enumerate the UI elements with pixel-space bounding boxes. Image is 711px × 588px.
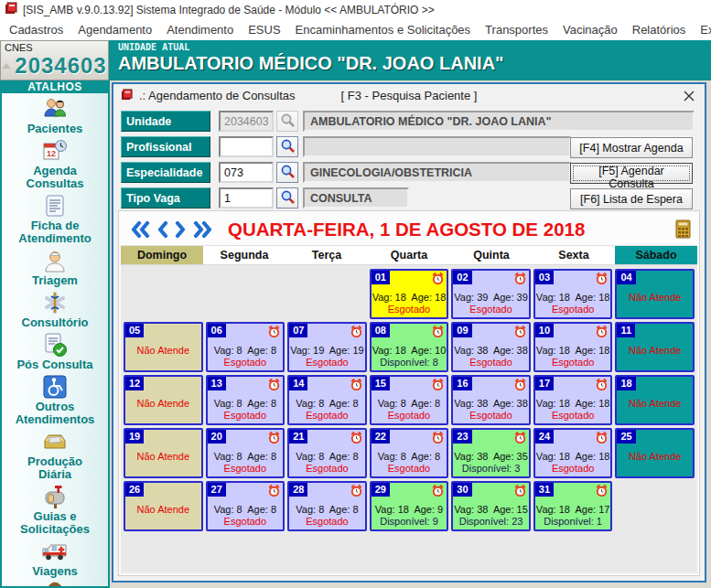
day-number: 29	[372, 483, 390, 497]
calendar-cell-day-08[interactable]: 08Vag: 18 Age: 10Disponível: 8	[370, 322, 449, 372]
slots-status: Esgotado	[453, 357, 529, 368]
sidebar-item-outros-atendimentos[interactable]: Outros Atendimentos	[2, 374, 108, 426]
sidebar-item-partial	[2, 579, 108, 588]
calendar-cell-day-10[interactable]: 10Vag: 18 Age: 18Esgotado	[533, 322, 613, 372]
slots-info: Vag: 18 Age: 18	[372, 292, 447, 303]
calendar-cell-day-13[interactable]: 13Vag: 8 Age: 8Esgotado	[206, 375, 285, 425]
menu-item-exportacoes[interactable]: Exportações	[693, 20, 711, 39]
slots-status: Disponível: 23	[453, 516, 529, 527]
prev-month-icon[interactable]	[156, 220, 168, 239]
calendar-cell-day-30[interactable]: 30Vag: 38 Age: 15Disponível: 23	[451, 481, 531, 531]
calendar-cell-day-19[interactable]: 19Não Atende	[124, 428, 203, 478]
slots-status: Esgotado	[289, 463, 365, 474]
calendar-cell-day-02[interactable]: 02Vag: 39 Age: 39Esgotado	[451, 269, 531, 319]
weekday-header-sexta: Sexta	[533, 246, 615, 264]
tipo-vaga-search-button[interactable]	[276, 187, 298, 208]
especialidade-search-button[interactable]	[276, 162, 298, 183]
calendar-cell-day-21[interactable]: 21Vag: 8 Age: 8Esgotado	[287, 428, 367, 478]
alarm-clock-icon	[267, 431, 281, 446]
calendar-cell-day-09[interactable]: 09Vag: 38 Age: 38Esgotado	[451, 322, 531, 372]
calendar-cell-day-29[interactable]: 29Vag: 18 Age: 9Disponível: 9	[370, 481, 449, 531]
sidebar-item-label: Guias e Solicitações	[12, 510, 98, 536]
next-year-icon[interactable]	[193, 220, 213, 239]
sidebar-item-pos-consulta[interactable]: Pós Consulta	[2, 332, 108, 371]
sidebar-item-label: Triagem	[12, 274, 98, 287]
field-label-unidade: Unidade	[121, 111, 210, 132]
menu-item-cadastros[interactable]: Cadastros	[2, 20, 70, 39]
closed-label: Não Atende	[125, 345, 201, 356]
day-number: 19	[125, 430, 144, 444]
sidebar-item-producao-diaria[interactable]: Produção Diária	[2, 429, 108, 481]
weekday-header-segunda: Segunda	[203, 246, 285, 264]
unidade-code-input[interactable]	[219, 111, 274, 132]
calendar-cell-day-24[interactable]: 24Vag: 18 Age: 18Esgotado	[533, 428, 613, 478]
alarm-clock-icon	[513, 484, 527, 499]
f5-agendar-consulta-button[interactable]: [F5] Agendar Consulta	[570, 163, 693, 184]
calendar-cell-day-23[interactable]: 23Vag: 38 Age: 35Disponível: 3	[451, 428, 531, 478]
menu-item-atendimento[interactable]: Atendimento	[159, 20, 241, 39]
calendar-cell-day-06[interactable]: 06Vag: 8 Age: 8Esgotado	[206, 322, 285, 372]
sidebar-item-pacientes[interactable]: Pacientes	[2, 96, 108, 135]
close-icon[interactable]	[681, 88, 697, 104]
slots-info: Vag: 18 Age: 17	[535, 504, 611, 515]
calendar-cell-day-18[interactable]: 18Não Atende	[615, 375, 695, 425]
f4-mostrar-agenda-button[interactable]: [F4] Mostrar Agenda	[570, 137, 693, 158]
sidebar-item-consultorio[interactable]: Consultório	[2, 290, 108, 329]
field-label-tipo-vaga: Tipo Vaga	[121, 187, 210, 208]
prev-year-icon[interactable]	[130, 220, 150, 239]
calendar-cell-day-11[interactable]: 11Não Atende	[615, 322, 695, 372]
sidebar-item-label: Consultório	[12, 316, 98, 329]
menu-item-encaminhamentos-e-solicitacoes[interactable]: Encaminhamentos e Solicitações	[288, 20, 479, 39]
menu-item-relatorios[interactable]: Relatórios	[625, 20, 694, 39]
menu-item-esus[interactable]: ESUS	[241, 20, 287, 39]
calendar-cell-day-12[interactable]: 12Não Atende	[124, 375, 203, 425]
menu-item-vacinacao[interactable]: Vacinação	[555, 20, 625, 39]
calendar-cell-day-05[interactable]: 05Não Atende	[124, 322, 203, 372]
closed-label: Não Atende	[125, 398, 201, 409]
calendar-cell-day-14[interactable]: 14Vag: 8 Age: 8Esgotado	[287, 375, 367, 425]
calculator-icon[interactable]	[675, 219, 691, 239]
tipo-vaga-code-input[interactable]	[219, 187, 274, 208]
menu-item-transportes[interactable]: Transportes	[478, 20, 555, 39]
agenda-icon: 12	[2, 138, 108, 165]
calendar-cell-day-15[interactable]: 15Vag: 8 Age: 8Esgotado	[370, 375, 449, 425]
calendar-cell-day-04[interactable]: 04Não Atende	[615, 269, 695, 319]
calendar-cell-day-01[interactable]: 01Vag: 18 Age: 18Esgotado	[370, 269, 449, 319]
sidebar-item-agenda-consultas[interactable]: 12Agenda Consultas	[2, 138, 108, 190]
sidebar-item-ficha-de-atendimento[interactable]: Ficha de Atendimento	[2, 193, 108, 245]
f6-lista-de-espera-button[interactable]: [F6] Lista de Espera	[570, 188, 693, 209]
slots-info: Vag: 18 Age: 18	[535, 292, 611, 303]
sidebar-item-viagens[interactable]: Viagens	[2, 539, 108, 578]
calendar-cell-day-20[interactable]: 20Vag: 8 Age: 8Esgotado	[206, 428, 285, 478]
slots-status: Esgotado	[535, 357, 611, 368]
calendar-cell-day-16[interactable]: 16Vag: 38 Age: 38Esgotado	[451, 375, 531, 425]
sidebar-item-triagem[interactable]: Triagem	[2, 248, 108, 287]
day-number: 05	[125, 324, 144, 337]
calendar-cell-day-31[interactable]: 31Vag: 18 Age: 17Disponível: 1	[533, 481, 613, 531]
especialidade-code-input[interactable]	[219, 162, 274, 183]
closed-label: Não Atende	[125, 451, 201, 462]
calendar-cell-day-25[interactable]: 25Não Atende	[615, 428, 695, 478]
slots-status: Esgotado	[208, 410, 284, 421]
next-month-icon[interactable]	[175, 220, 187, 239]
slots-status: Esgotado	[535, 463, 611, 474]
sidebar-item-guias-e-solicitacoes[interactable]: Guias e Solicitações	[2, 484, 108, 536]
dialog-titlebar[interactable]: .: Agendamento de Consultas [ F3 - Pesqu…	[113, 84, 705, 107]
calendar-cell-day-28[interactable]: 28Vag: 8 Age: 8Esgotado	[287, 481, 367, 531]
calendar-cell-empty	[206, 269, 285, 319]
day-number: 06	[208, 324, 226, 337]
calendar-cell-day-03[interactable]: 03Vag: 18 Age: 18Esgotado	[533, 269, 613, 319]
profissional-search-button[interactable]	[276, 136, 298, 157]
calendar-cell-day-22[interactable]: 22Vag: 8 Age: 8Esgotado	[370, 428, 449, 478]
day-number: 08	[372, 324, 390, 337]
calendar-cell-day-17[interactable]: 17Vag: 18 Age: 18Esgotado	[533, 375, 613, 425]
weekday-header-quarta: Quarta	[368, 246, 450, 264]
calendar-cell-day-07[interactable]: 07Vag: 19 Age: 19Esgotado	[287, 322, 367, 372]
calendar-date-title: QUARTA-FEIRA, 1 DE AGOSTO DE 2018	[228, 219, 585, 241]
menu-item-agendamento[interactable]: Agendamento	[70, 20, 159, 39]
calendar-cell-day-27[interactable]: 27Vag: 8 Age: 8Esgotado	[206, 481, 285, 531]
weekday-header-terca: Terça	[285, 246, 368, 264]
profissional-code-input[interactable]	[219, 136, 274, 157]
slots-info: Vag: 18 Age: 9	[372, 504, 447, 515]
calendar-cell-day-26[interactable]: 26Não Atende	[124, 481, 203, 531]
